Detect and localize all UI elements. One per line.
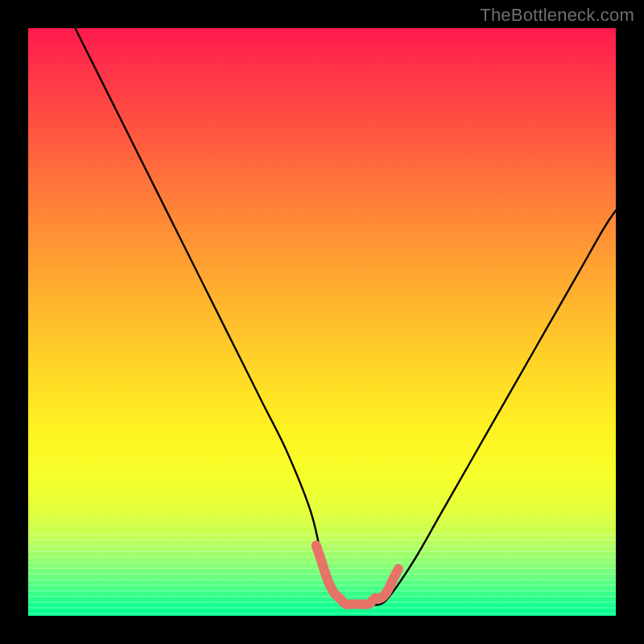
- watermark-text: TheBottleneck.com: [480, 5, 634, 26]
- bottleneck-curve-line: [75, 28, 616, 605]
- chart-plot-area: [28, 28, 616, 616]
- chart-frame: TheBottleneck.com: [0, 0, 644, 644]
- gradient-band-overlay: [28, 534, 616, 616]
- optimal-range-highlight-line: [316, 545, 398, 605]
- chart-svg: [28, 28, 616, 616]
